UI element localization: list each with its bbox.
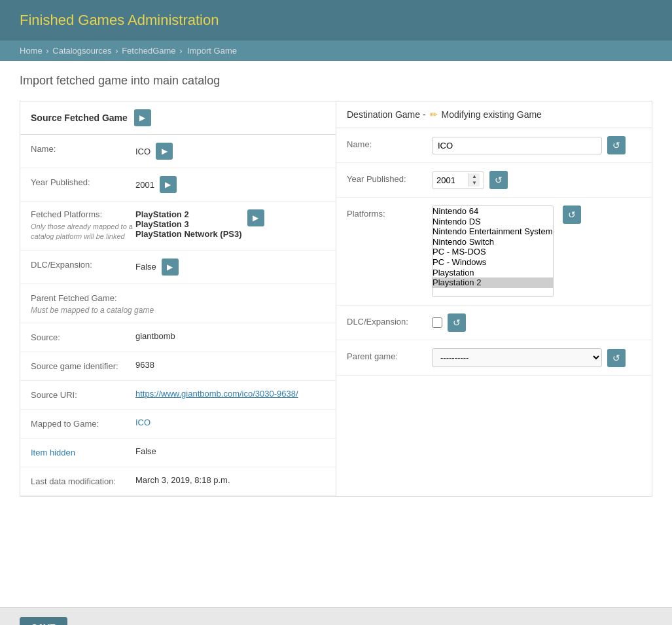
source-year-label: Year Published: bbox=[31, 176, 135, 187]
source-parent-row: Parent Fetched Game: Must be mapped to a… bbox=[20, 284, 336, 323]
breadcrumb-home[interactable]: Home bbox=[20, 46, 43, 56]
reset-icon: ↺ bbox=[612, 140, 620, 151]
dest-year-row: Year Published: ▲ ▼ ↺ bbox=[336, 163, 652, 198]
arrow-right-icon: ▶ bbox=[162, 147, 168, 156]
reset-icon: ↺ bbox=[612, 353, 620, 363]
source-title: Source Fetched Game bbox=[31, 113, 128, 123]
source-name-row: Name: ICO ▶ bbox=[20, 135, 336, 168]
dest-dlc-label: DLC/Expansion: bbox=[347, 313, 432, 327]
header: Finished Games Administration bbox=[0, 0, 672, 41]
source-lastmod-label: Last data modification: bbox=[31, 475, 135, 486]
source-dlc-value: False bbox=[135, 262, 156, 272]
platform-option-n64[interactable]: Nintendo 64 bbox=[433, 206, 553, 217]
dest-parent-select[interactable]: ---------- bbox=[432, 348, 602, 367]
source-expand-button[interactable]: ▶ bbox=[134, 109, 151, 126]
source-parent-label: Parent Fetched Game: bbox=[31, 292, 135, 303]
breadcrumb: Home › Catalogsources › FetchedGame › Im… bbox=[0, 41, 672, 61]
dest-year-value-group: ▲ ▼ ↺ bbox=[432, 171, 641, 189]
destination-column: Destination Game - ✏ Modifying existing … bbox=[336, 101, 652, 496]
source-name-value: ICO bbox=[135, 147, 150, 156]
source-section-header: Source Fetched Game ▶ bbox=[20, 101, 336, 135]
source-uri-link[interactable]: https://www.giantbomb.com/ico/3030-9638/ bbox=[135, 389, 325, 399]
reset-icon: ↺ bbox=[495, 175, 503, 185]
source-hidden-row: Item hidden False bbox=[20, 438, 336, 467]
source-dlc-transfer-button[interactable]: ▶ bbox=[162, 259, 179, 276]
breadcrumb-catalogsources[interactable]: Catalogsources bbox=[52, 46, 111, 56]
reset-icon: ↺ bbox=[568, 209, 576, 220]
source-year-value: 2001 bbox=[135, 180, 154, 190]
year-decrement-button[interactable]: ▼ bbox=[469, 180, 480, 187]
source-identifier-label: Source game identifier: bbox=[31, 360, 135, 371]
dest-title: Destination Game - bbox=[347, 109, 426, 120]
dest-platforms-listbox[interactable]: Nintendo 64 Nintendo DS Nintendo Enterta… bbox=[432, 205, 554, 297]
source-identifier-value: 9638 bbox=[135, 360, 325, 370]
platform-option-ps[interactable]: Playstation bbox=[433, 268, 553, 278]
platforms-wrapper: Nintendo 64 Nintendo DS Nintendo Enterta… bbox=[432, 205, 554, 297]
dest-section-header: Destination Game - ✏ Modifying existing … bbox=[336, 101, 652, 128]
dest-dlc-reset-button[interactable]: ↺ bbox=[448, 313, 466, 332]
platform-option-msdos[interactable]: PC - MS-DOS bbox=[433, 247, 553, 257]
dest-parent-label: Parent game: bbox=[347, 348, 432, 361]
year-increment-button[interactable]: ▲ bbox=[469, 173, 480, 180]
arrow-right-icon: ▶ bbox=[139, 113, 145, 122]
dest-parent-reset-button[interactable]: ↺ bbox=[607, 349, 626, 367]
save-button[interactable]: SAVE bbox=[20, 617, 67, 625]
platform-option-ps2[interactable]: Playstation 2 bbox=[433, 277, 553, 288]
year-spinner: ▲ ▼ bbox=[432, 171, 484, 189]
source-mapped-row: Mapped to Game: ICO bbox=[20, 410, 336, 438]
source-hidden-value: False bbox=[135, 446, 325, 456]
source-column: Source Fetched Game ▶ Name: ICO ▶ Year P… bbox=[20, 101, 336, 496]
dest-year-reset-button[interactable]: ↺ bbox=[489, 171, 508, 189]
dest-name-input[interactable] bbox=[432, 137, 602, 154]
dest-name-label: Name: bbox=[347, 136, 432, 149]
arrow-right-icon: ▶ bbox=[253, 213, 258, 223]
platform-option-nes[interactable]: Nintendo Entertainment System bbox=[433, 226, 553, 237]
dest-platforms-reset-button[interactable]: ↺ bbox=[563, 205, 581, 224]
source-platforms-label: Fetched Platforms: bbox=[31, 209, 135, 219]
dest-platforms-value-group: Nintendo 64 Nintendo DS Nintendo Enterta… bbox=[432, 205, 641, 297]
page-heading: Finished Games Administration bbox=[20, 12, 652, 29]
dest-dlc-row: DLC/Expansion: ↺ bbox=[336, 306, 652, 340]
dest-subtitle: Modifying existing Game bbox=[442, 109, 542, 120]
source-parent-note: Must be mapped to a catalog game bbox=[31, 306, 154, 315]
footer-bar: SAVE bbox=[0, 607, 672, 625]
source-platform-item-3: PlayStation Network (PS3) bbox=[135, 229, 242, 239]
source-mapped-label: Mapped to Game: bbox=[31, 418, 135, 429]
source-dlc-value-group: False ▶ bbox=[135, 259, 179, 276]
dest-name-value-group: ↺ bbox=[432, 136, 641, 154]
source-platforms-row: Fetched Platforms: Only those already ma… bbox=[20, 202, 336, 251]
source-source-row: Source: giantbomb bbox=[20, 323, 336, 352]
source-source-label: Source: bbox=[31, 331, 135, 342]
pencil-icon: ✏ bbox=[430, 109, 438, 120]
arrow-right-icon: ▶ bbox=[165, 180, 171, 189]
source-mapped-value[interactable]: ICO bbox=[135, 418, 325, 427]
source-platforms-transfer-button[interactable]: ▶ bbox=[247, 209, 264, 226]
source-year-row: Year Published: 2001 ▶ bbox=[20, 168, 336, 202]
source-hidden-label[interactable]: Item hidden bbox=[31, 446, 135, 457]
dest-dlc-checkbox[interactable] bbox=[432, 317, 442, 328]
breadcrumb-fetchedgame[interactable]: FetchedGame bbox=[122, 46, 175, 56]
source-name-transfer-button[interactable]: ▶ bbox=[156, 143, 173, 160]
dest-dlc-value-group: ↺ bbox=[432, 313, 641, 332]
source-lastmod-row: Last data modification: March 3, 2019, 8… bbox=[20, 467, 336, 496]
source-platforms-value-group: PlayStation 2 PlayStation 3 PlayStation … bbox=[135, 209, 264, 239]
dest-parent-row: Parent game: ---------- ↺ bbox=[336, 340, 652, 376]
source-year-value-group: 2001 ▶ bbox=[135, 176, 177, 193]
platform-option-pcwin[interactable]: PC - Windows bbox=[433, 257, 553, 268]
breadcrumb-current: Import Game bbox=[187, 46, 237, 56]
dest-name-reset-button[interactable]: ↺ bbox=[607, 136, 626, 154]
dest-parent-value-group: ---------- ↺ bbox=[432, 348, 641, 367]
source-uri-row: Source URI: https://www.giantbomb.com/ic… bbox=[20, 381, 336, 410]
page-title: Import fetched game into main catalog bbox=[20, 74, 652, 88]
platform-option-ns[interactable]: Nintendo Switch bbox=[433, 237, 553, 247]
dest-platforms-label: Platforms: bbox=[347, 205, 432, 219]
source-platform-item-2: PlayStation 3 bbox=[135, 219, 242, 229]
arrow-right-icon: ▶ bbox=[167, 262, 173, 272]
import-form: Source Fetched Game ▶ Name: ICO ▶ Year P… bbox=[20, 101, 652, 497]
dest-year-input[interactable] bbox=[433, 172, 469, 188]
source-platforms-label-group: Fetched Platforms: Only those already ma… bbox=[31, 209, 135, 242]
source-year-transfer-button[interactable]: ▶ bbox=[160, 176, 177, 193]
platform-option-nds[interactable]: Nintendo DS bbox=[433, 217, 553, 227]
source-source-value: giantbomb bbox=[135, 331, 325, 341]
source-lastmod-value: March 3, 2019, 8:18 p.m. bbox=[135, 475, 325, 485]
